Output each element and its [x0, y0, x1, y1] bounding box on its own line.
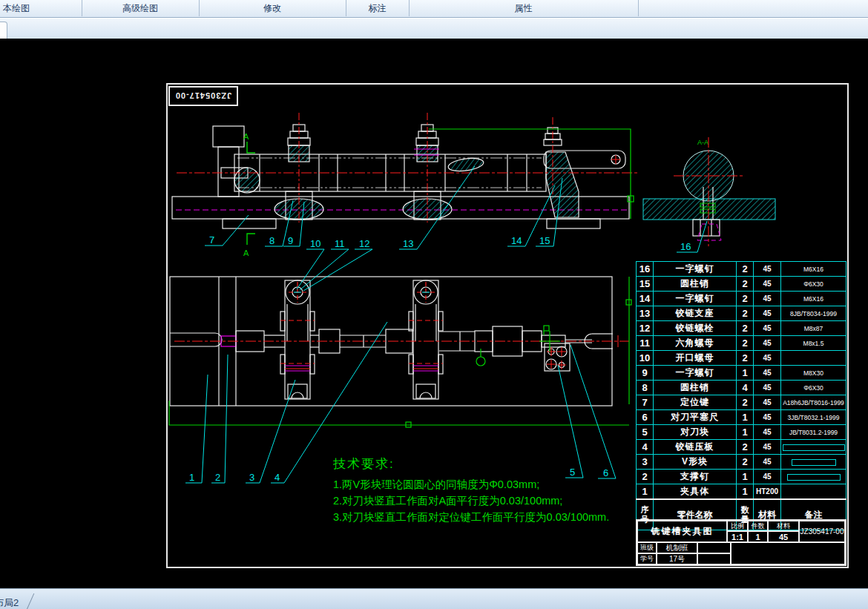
ribbon-tab-label: 高级绘图	[122, 2, 158, 15]
part-seq: 4	[637, 440, 654, 455]
parts-table-row: 6 对刀平塞尺 1 45 3JB/T8032.1-1999	[637, 410, 846, 425]
ribbon-tab-label: 属性	[515, 2, 533, 15]
part-qty: 2	[737, 351, 754, 366]
layout-tab[interactable]: 布局2	[0, 596, 19, 609]
part-name: 开口螺母	[654, 351, 737, 366]
note-size-bar	[792, 459, 836, 466]
part-material: 45	[754, 425, 781, 440]
title-block[interactable]: 铣键槽夹具图 比例 件数 材料 1:1 1 45 JZ305417-00 班级 …	[636, 519, 846, 566]
svg-text:10: 10	[310, 238, 320, 249]
drawing-canvas[interactable]: A A A-A	[0, 39, 868, 588]
part-material: 45	[754, 470, 781, 484]
part-qty: 1	[737, 366, 754, 381]
part-material: 45	[754, 306, 781, 321]
mirrored-drawing-number: JZ305417-00	[168, 86, 238, 106]
part-name: V形块	[654, 455, 737, 470]
scale-value: 1:1	[727, 531, 748, 542]
svg-text:12: 12	[359, 238, 369, 249]
part-qty: 1	[737, 425, 754, 440]
part-note: M8X30	[781, 366, 846, 381]
part-note: M6X16	[781, 262, 846, 277]
selection-highlight-front[interactable]	[429, 129, 634, 219]
ribbon-tab-label: 本绘图	[3, 2, 30, 15]
front-view[interactable]	[172, 113, 638, 228]
svg-text:A-A: A-A	[697, 139, 708, 146]
part-qty: 2	[737, 455, 754, 470]
part-qty: 1	[737, 484, 754, 500]
part-seq: 13	[637, 306, 654, 321]
ribbon-tab-label: 修改	[263, 2, 281, 15]
part-material: 45	[754, 351, 781, 366]
part-note	[781, 470, 846, 484]
student-no-label: 学号	[637, 553, 657, 564]
callout-underlines	[185, 246, 697, 483]
part-note: 8JB/T8034-1999	[781, 306, 846, 321]
part-material: 45	[754, 292, 781, 306]
parts-table-row: 2 支撑钉 1 45	[637, 470, 846, 484]
part-note: Φ6X30	[781, 381, 846, 395]
technical-requirements: 技术要求: 1.两V形块理论圆圆心的同轴度为Φ0.03mm; 2.对刀块竖直工作…	[333, 455, 609, 525]
svg-text:14: 14	[511, 235, 522, 246]
part-seq: 2	[637, 470, 654, 484]
part-material: 45	[754, 381, 781, 395]
part-name: 圆柱销	[654, 277, 737, 292]
part-material: 45	[754, 262, 781, 277]
ribbon-tab-annotate[interactable]: 标注	[346, 0, 410, 16]
part-note: M8x87	[781, 321, 846, 336]
part-qty: 2	[737, 440, 754, 455]
part-note: JB/T8031.2-1999	[781, 425, 846, 440]
cad-application-window: { "app": { "ribbon_tabs": [ {"label": "本…	[0, 0, 868, 609]
side-panel-tab[interactable]	[0, 22, 7, 40]
svg-text:13: 13	[403, 238, 413, 249]
part-name: 圆柱销	[654, 381, 737, 395]
ribbon-tab-properties[interactable]: 属性	[409, 0, 639, 16]
svg-text:2: 2	[215, 472, 220, 483]
part-note	[781, 484, 846, 500]
svg-text:3: 3	[249, 472, 254, 483]
part-name: 夹具体	[654, 484, 737, 500]
part-seq: 16	[637, 262, 654, 277]
section-view-a-a[interactable]: A-A	[643, 137, 775, 246]
part-material: 45	[754, 440, 781, 455]
svg-text:4: 4	[274, 472, 280, 483]
note-size-bar	[783, 444, 845, 451]
part-seq: 1	[637, 484, 654, 500]
part-note	[781, 440, 846, 455]
part-qty: 2	[737, 277, 754, 292]
qty-label: 件数	[748, 521, 768, 531]
parts-list-table[interactable]: 16 一字螺钉 2 45 M6X16 15 圆柱销 2 45 Φ6X30 14	[636, 261, 846, 530]
part-name: 定位键	[654, 395, 737, 410]
part-material: 45	[754, 336, 781, 351]
callout-numbers: 1 2 3 4 5 6 7 8 9 10 11 12 13 14 15 16	[189, 234, 691, 483]
parts-table-row: 8 圆柱销 4 45 Φ6X30	[637, 381, 846, 395]
plan-view[interactable]	[170, 277, 629, 406]
part-name: 一字螺钉	[654, 262, 737, 277]
svg-text:1: 1	[189, 472, 194, 483]
ribbon-tab-label: 标注	[369, 2, 387, 15]
parts-table-row: 1 夹具体 1 HT200	[637, 484, 846, 500]
part-name: 一字螺钉	[654, 292, 737, 306]
part-seq: 8	[637, 381, 654, 395]
parts-table-row: 13 铰链支座 2 45 8JB/T8034-1999	[637, 306, 846, 321]
part-note: A18h6JB/T8016-1999	[781, 395, 846, 410]
part-material: 45	[754, 277, 781, 292]
part-qty: 2	[737, 395, 754, 410]
part-name: 支撑钉	[654, 470, 737, 484]
part-qty: 4	[737, 381, 754, 395]
scale-label: 比例	[727, 521, 748, 531]
section-mark-A: A A	[243, 132, 255, 257]
ribbon-tab-modify[interactable]: 修改	[199, 0, 346, 16]
class-value: 机制班	[657, 542, 697, 553]
part-qty: 1	[737, 410, 754, 425]
part-seq: 11	[637, 336, 654, 351]
ribbon-tab-advanced-draw[interactable]: 高级绘图	[82, 0, 200, 16]
part-seq: 15	[637, 277, 654, 292]
ribbon-tab-basic-draw[interactable]: 本绘图	[0, 0, 82, 16]
parts-table-row: 11 六角螺母 2 45 M8x1.5	[637, 336, 846, 351]
part-seq: 10	[637, 351, 654, 366]
parts-table-row: 5 对刀块 1 45 JB/T8031.2-1999	[637, 425, 846, 440]
part-material: 45	[754, 366, 781, 381]
note-size-bar	[787, 474, 841, 481]
part-qty: 1	[737, 470, 754, 484]
part-note	[781, 351, 846, 366]
